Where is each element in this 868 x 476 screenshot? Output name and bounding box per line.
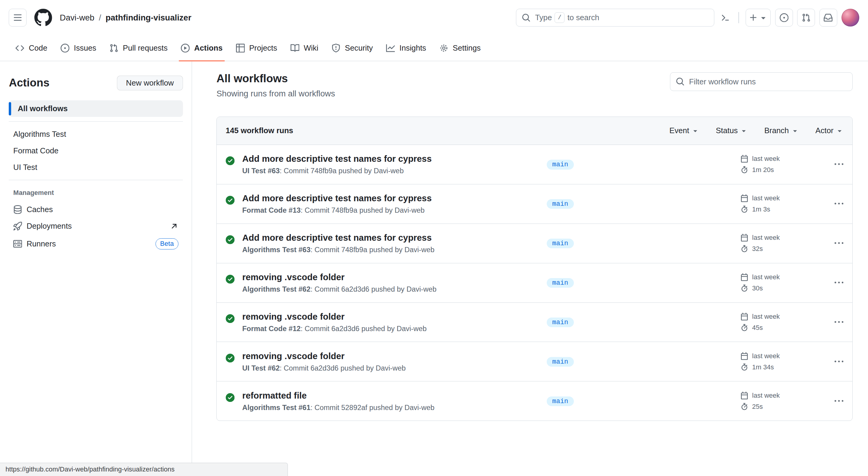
sidebar-item-deployments[interactable]: Deployments [9, 218, 183, 234]
tab-label: Actions [194, 44, 222, 53]
github-logo[interactable] [34, 9, 52, 27]
avatar [841, 9, 859, 27]
sidebar-item-workflow-ui-test[interactable]: UI Test [9, 159, 183, 176]
run-options-button[interactable] [829, 158, 844, 171]
filter-label: Event [670, 126, 689, 135]
issue-opened-icon [780, 13, 788, 22]
kebab-icon [835, 199, 843, 208]
branch-badge[interactable]: main [547, 396, 574, 406]
new-workflow-button[interactable]: New workflow [117, 75, 183, 90]
runs-filters: Event Status Branch Actor [670, 126, 844, 135]
run-options-button[interactable] [829, 394, 844, 408]
success-check-icon [226, 393, 235, 402]
your-issues-button[interactable] [775, 9, 793, 27]
kebab-icon [835, 397, 843, 406]
filter-workflow-runs-input[interactable] [689, 77, 846, 86]
tab-settings[interactable]: Settings [433, 36, 487, 61]
run-meta: Format Code #13: Commit 748fb9a pushed b… [242, 206, 547, 215]
calendar-icon [741, 234, 748, 242]
run-duration: 25s [741, 403, 829, 411]
tab-wiki[interactable]: Wiki [284, 36, 325, 61]
tab-security[interactable]: Security [325, 36, 379, 61]
table-icon [236, 44, 245, 53]
run-options-button[interactable] [829, 315, 844, 329]
run-main: Add more descriptive test names for cypr… [242, 154, 547, 175]
run-main: removing .vscode folder Format Code #12:… [242, 312, 547, 333]
run-title-link[interactable]: removing .vscode folder [242, 351, 345, 361]
run-timing-cell: last week 32s [741, 234, 829, 253]
sidebar-item-workflow-algorithms-test[interactable]: Algorithms Test [9, 126, 183, 142]
tab-projects[interactable]: Projects [229, 36, 284, 61]
breadcrumb-repo-link[interactable]: pathfinding-visualizer [105, 13, 191, 23]
play-icon [181, 44, 190, 53]
global-header: Davi-web / pathfinding-visualizer Type /… [0, 0, 868, 36]
filter-label: Actor [815, 126, 834, 135]
status-filter-dropdown[interactable]: Status [716, 126, 748, 135]
run-main: removing .vscode folder Algorithms Test … [242, 272, 547, 293]
inbox-icon [824, 13, 832, 22]
run-title-link[interactable]: Add more descriptive test names for cypr… [242, 154, 432, 164]
tab-code[interactable]: Code [9, 36, 54, 61]
run-options-button[interactable] [829, 197, 844, 211]
github-mark-icon [34, 9, 52, 27]
breadcrumb-owner-link[interactable]: Davi-web [60, 13, 94, 23]
shield-icon [332, 44, 340, 53]
run-title-link[interactable]: Add more descriptive test names for cypr… [242, 232, 432, 243]
sidebar-item-all-workflows[interactable]: All workflows [9, 100, 183, 117]
tab-actions[interactable]: Actions [174, 36, 229, 61]
branch-filter-dropdown[interactable]: Branch [764, 126, 799, 135]
workflow-run-row: removing .vscode folder UI Test #62: Com… [217, 342, 852, 381]
server-icon [13, 240, 22, 248]
actions-sidebar: Actions New workflow All workflows Algor… [0, 61, 192, 476]
create-new-button[interactable] [746, 9, 771, 27]
branch-badge[interactable]: main [547, 239, 574, 248]
run-branch-cell: main [547, 357, 741, 367]
run-options-button[interactable] [829, 276, 844, 289]
sidebar-item-caches[interactable]: Caches [9, 201, 183, 218]
run-title-link[interactable]: reformatted file [242, 390, 307, 401]
run-date: last week [741, 273, 829, 281]
tab-pull-requests[interactable]: Pull requests [103, 36, 174, 61]
tab-insights[interactable]: Insights [379, 36, 433, 61]
sidebar-item-label: All workflows [18, 104, 68, 113]
beta-badge: Beta [156, 238, 179, 249]
page: Davi-web / pathfinding-visualizer Type /… [0, 0, 868, 476]
actor-filter-dropdown[interactable]: Actor [815, 126, 844, 135]
run-meta: Algorithms Test #61: Commit 52892af push… [242, 403, 547, 412]
event-filter-dropdown[interactable]: Event [670, 126, 699, 135]
filter-label: Branch [764, 126, 789, 135]
run-title-link[interactable]: removing .vscode folder [242, 272, 345, 282]
user-avatar-button[interactable] [841, 9, 859, 27]
success-check-icon [226, 354, 235, 362]
run-branch-cell: main [547, 238, 741, 249]
sidebar-item-label: UI Test [13, 163, 37, 172]
command-palette-button[interactable] [718, 11, 732, 24]
global-search-input[interactable]: Type / to search [516, 9, 714, 27]
branch-badge[interactable]: main [547, 278, 574, 288]
branch-badge[interactable]: main [547, 160, 574, 169]
run-options-button[interactable] [829, 355, 844, 368]
run-meta: Algorithms Test #63: Commit 748fb9a push… [242, 246, 547, 254]
branch-badge[interactable]: main [547, 199, 574, 209]
run-branch-cell: main [547, 159, 741, 169]
workflow-run-row: removing .vscode folder Format Code #12:… [217, 303, 852, 342]
run-title-link[interactable]: removing .vscode folder [242, 312, 345, 322]
search-icon [676, 77, 684, 86]
sidebar-item-runners[interactable]: Runners Beta [9, 234, 183, 253]
your-pull-requests-button[interactable] [797, 9, 815, 27]
branch-badge[interactable]: main [547, 357, 574, 367]
tab-issues[interactable]: Issues [54, 36, 103, 61]
run-options-button[interactable] [829, 237, 844, 250]
run-timing-cell: last week 30s [741, 273, 829, 292]
workflow-nav: All workflows Algorithms Test Format Cod… [9, 100, 183, 253]
run-title-link[interactable]: Add more descriptive test names for cypr… [242, 193, 432, 203]
sidebar-item-workflow-format-code[interactable]: Format Code [9, 142, 183, 159]
run-workflow-number: UI Test #62 [242, 364, 280, 372]
success-check-icon [226, 275, 235, 284]
hamburger-menu-button[interactable] [9, 9, 27, 27]
run-meta: Algorithms Test #62: Commit 6a2d3d6 push… [242, 285, 547, 293]
branch-badge[interactable]: main [547, 318, 574, 327]
notifications-inbox-button[interactable] [819, 9, 837, 27]
terminal-icon [721, 13, 730, 22]
run-date-label: last week [752, 392, 780, 400]
